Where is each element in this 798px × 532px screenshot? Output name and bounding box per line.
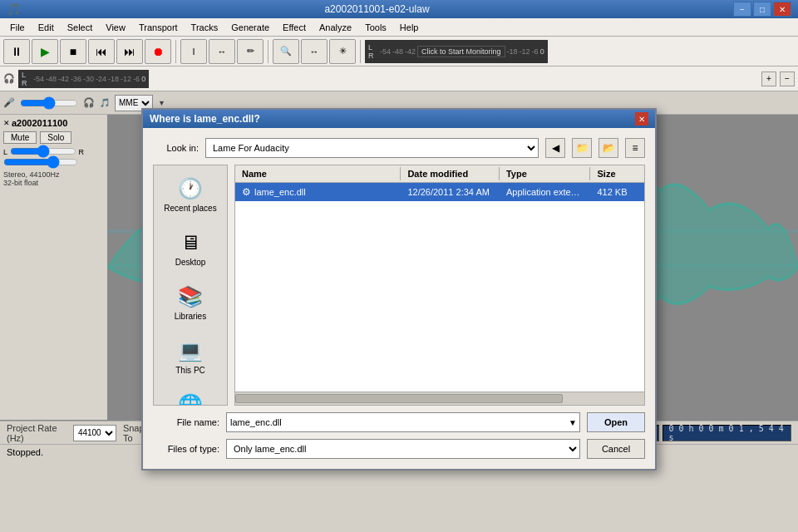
meter-value-42-1: -42 [405,47,416,56]
libraries-icon: 📚 [174,283,207,310]
pause-button[interactable]: ⏸ [3,39,30,64]
toolbar-separator3 [360,40,361,63]
lookin-select[interactable]: Lame For Audacity [205,138,539,158]
app-icon: 🎵 [7,2,21,16]
file-cell-type: Application extens... [500,185,591,199]
envelope-tool-button[interactable]: ↔ [209,39,235,64]
maximize-button[interactable]: □ [753,2,771,17]
scroll-track [235,392,644,405]
open-button[interactable]: Open [587,412,645,432]
col-header-type[interactable]: Type [500,167,591,180]
menu-tracks[interactable]: Tracks [185,21,225,34]
nav-back-button[interactable]: ◀ [545,138,565,158]
place-libraries-label: Libraries [175,312,206,321]
filetype-select[interactable]: Only lame_enc.dll [226,439,580,459]
file-name-text: lame_enc.dll [254,187,306,197]
place-recent[interactable]: 🕐 Recent places [157,172,224,216]
record-button[interactable]: ⏺ [145,39,171,64]
meter-value-54-1: -54 [380,47,391,56]
headphone-icon: 🎧 [3,73,15,84]
col-header-date[interactable]: Date modified [401,167,500,180]
meter-value-0-1: 0 [540,47,544,56]
cancel-button[interactable]: Cancel [587,439,645,459]
minimize-button[interactable]: − [733,2,751,17]
multi-tool-button[interactable]: ✳ [329,39,356,64]
project-rate-select[interactable]: 44100 [73,425,116,441]
meter-value-30-2: -30 [83,75,94,83]
toolbar-meter: 🎧 LR -54 -48 -42 -36 -30 -24 -18 -12 -6 … [0,66,798,91]
nav-up-button[interactable]: 📁 [572,138,592,158]
meter-value-18-2: -18 [108,75,119,83]
dialog-overlay: Where is lame_enc.dll? ✕ Look in: Lame F… [0,91,798,421]
toolbar-transport: ⏸ ▶ ■ ⏮ ⏭ ⏺ I ↔ ✏ 🔍 ↔ ✳ LR -54 -48 -42 C… [0,37,798,66]
toolbar-separator [175,40,176,63]
select-tool-button[interactable]: I [180,39,207,64]
project-rate-label: Project Rate (Hz) [7,423,70,443]
play-button[interactable]: ▶ [32,39,58,64]
meter-value-6-1: -6 [532,47,539,56]
nav-view-button[interactable]: ≡ [625,138,645,158]
menu-effect[interactable]: Effect [276,21,313,34]
forward-button[interactable]: ⏭ [116,39,143,64]
menu-tools[interactable]: Tools [358,21,393,34]
zoom-controls: + − [761,71,795,86]
menu-generate[interactable]: Generate [224,21,276,34]
files-list: ⚙ lame_enc.dll 12/26/2011 2:34 AM Applic… [235,183,644,392]
place-computer[interactable]: 💻 This PC [157,334,224,378]
horizontal-scrollbar[interactable] [235,392,644,405]
menu-view[interactable]: View [99,21,132,34]
click-to-monitor-button[interactable]: Click to Start Monitoring [417,46,505,57]
main-area: 🎤 🎧 🎵 MME ▼ ✕ a2002011100 Mute Solo [0,91,798,421]
stopped-status: Stopped. [7,447,43,457]
files-panel: Name Date modified Type Size ⚙ lame_enc.… [234,165,645,406]
place-recent-label: Recent places [164,204,216,213]
zoom-tool-button[interactable]: 🔍 [273,39,299,64]
nav-new-folder-button[interactable]: 📂 [598,138,618,158]
place-network[interactable]: 🌐 Network [157,388,224,406]
lr-indicator: LR [368,43,378,60]
file-cell-size: 412 KB [590,185,644,199]
dll-icon: ⚙ [242,186,251,198]
draw-tool-button[interactable]: ✏ [237,39,264,64]
meter-value-18-1: -18 [507,47,518,56]
meter-value-48-2: -48 [46,75,57,83]
meter-value-42-2: -42 [58,75,69,83]
place-libraries[interactable]: 📚 Libraries [157,280,224,324]
window-close-button[interactable]: ✕ [773,2,791,17]
menu-help[interactable]: Help [393,21,426,34]
filetype-row: Files of type: Only lame_enc.dll Cancel [153,439,645,459]
places-panel: 🕐 Recent places 🖥 Desktop 📚 Libraries [153,165,228,406]
menu-analyze[interactable]: Analyze [313,21,358,34]
input-meter-section: LR -54 -48 -42 Click to Start Monitoring… [365,40,548,63]
col-header-size[interactable]: Size [590,167,644,180]
menu-file[interactable]: File [3,21,32,34]
network-icon: 🌐 [174,392,207,406]
dialog-close-button[interactable]: ✕ [635,112,648,126]
meter-value-12-2: -12 [121,75,131,83]
scroll-thumb[interactable] [235,394,563,403]
file-cell-date: 12/26/2011 2:34 AM [401,185,500,199]
desktop-icon: 🖥 [174,229,207,256]
place-desktop[interactable]: 🖥 Desktop [157,226,224,270]
meter-value-0-2: 0 [141,75,145,83]
meter-value-54-2: -54 [33,75,44,83]
menu-select[interactable]: Select [61,21,100,34]
stop-button[interactable]: ■ [60,39,86,64]
titlebar: 🎵 a2002011001-e02-ulaw − □ ✕ [0,0,798,18]
zoom-out-button[interactable]: − [780,71,795,86]
menu-transport[interactable]: Transport [132,21,185,34]
zoom-in-button[interactable]: + [761,71,776,86]
toolbar-separator2 [268,40,268,63]
menu-edit[interactable]: Edit [32,21,61,34]
filename-dropdown-icon[interactable]: ▼ [569,418,577,427]
filename-input[interactable] [226,412,580,432]
meter-value-24-2: -24 [96,75,106,83]
file-row-lame[interactable]: ⚙ lame_enc.dll 12/26/2011 2:34 AM Applic… [235,183,644,201]
file-browser: 🕐 Recent places 🖥 Desktop 📚 Libraries [153,165,645,406]
timeshift-tool-button[interactable]: ↔ [301,39,328,64]
meter-value-48-1: -48 [392,47,403,56]
meter-value-12-1: -12 [520,47,530,56]
col-header-name[interactable]: Name [235,167,401,180]
rewind-button[interactable]: ⏮ [88,39,115,64]
menubar: File Edit Select View Transport Tracks G… [0,18,798,37]
